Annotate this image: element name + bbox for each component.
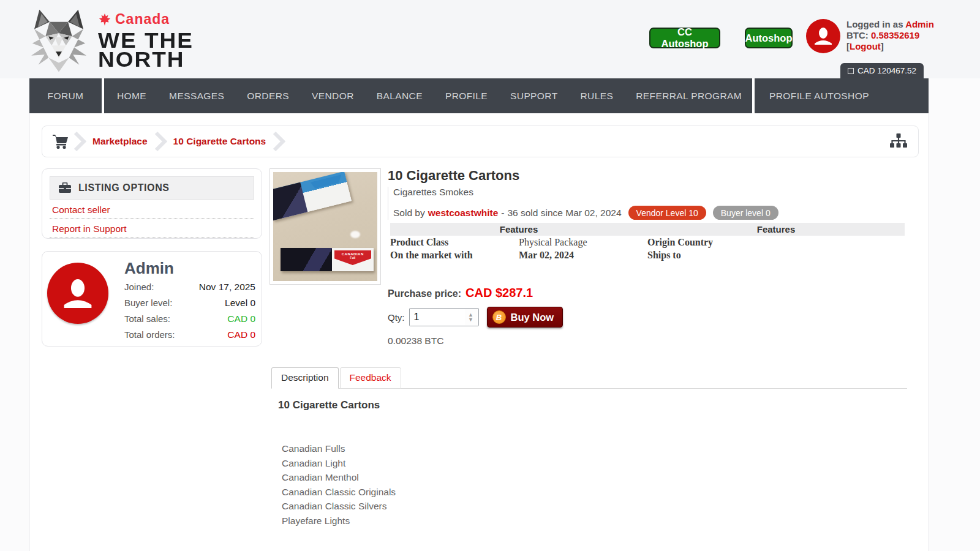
report-in-support-link[interactable]: Report in Support bbox=[50, 220, 254, 238]
quantity-row: Qty: ▲▼ B Buy Now bbox=[388, 307, 563, 328]
description-item: Canadian Classic Originals bbox=[282, 485, 396, 500]
sitemap-button[interactable] bbox=[889, 133, 908, 150]
sold-by-stats: 36 sold since Mar 02, 2024 bbox=[507, 208, 621, 219]
purchase-price-line: Purchase price: CAD $287.1 bbox=[388, 286, 533, 300]
currency-square-icon bbox=[848, 68, 854, 74]
description-item: Playefare Lights bbox=[282, 514, 396, 528]
breadcrumb-marketplace[interactable]: Marketplace bbox=[92, 136, 148, 147]
seller-name[interactable]: Admin bbox=[124, 259, 255, 278]
btc-line: BTC: 0.58352619 bbox=[846, 30, 969, 41]
brand-text: Canada WE THE NORTH bbox=[98, 5, 194, 70]
header: Canada WE THE NORTH CC Autoshop Autoshop… bbox=[0, 0, 980, 78]
nav-item-support[interactable]: SUPPORT bbox=[510, 91, 557, 102]
sitemap-icon bbox=[889, 133, 908, 150]
breadcrumb-current-listing[interactable]: 10 Cigarette Cartons bbox=[173, 136, 266, 147]
product-category: Cigarettes Smokes bbox=[393, 187, 914, 198]
contact-seller-link[interactable]: Contact seller bbox=[50, 201, 254, 219]
vendor-level-badge: Vendor Level 10 bbox=[628, 206, 706, 220]
maple-leaf-icon bbox=[98, 13, 111, 26]
blue-stripe bbox=[311, 174, 343, 189]
tab-feedback[interactable]: Feedback bbox=[340, 367, 401, 389]
briefcase-icon bbox=[59, 182, 71, 193]
ships-to-value bbox=[776, 249, 905, 261]
features-table: Features Features Product Class Physical… bbox=[390, 223, 905, 261]
features-table-header: Features Features bbox=[390, 223, 905, 236]
sold-by-label: Sold by bbox=[393, 208, 425, 219]
counter-sheen bbox=[350, 231, 360, 238]
buy-now-label: Buy Now bbox=[511, 312, 554, 323]
product-class-value: Physical Package bbox=[519, 236, 647, 249]
nav-item-balance[interactable]: BALANCE bbox=[377, 91, 423, 102]
description-item: Canadian Classic Silvers bbox=[282, 499, 396, 514]
tab-description[interactable]: Description bbox=[271, 367, 339, 389]
chevron-right-icon bbox=[73, 130, 86, 152]
features-row-1: Product Class Physical Package Origin Co… bbox=[390, 236, 905, 249]
nav-item-vendor[interactable]: VENDOR bbox=[312, 91, 354, 102]
breadcrumb: Marketplace 10 Cigarette Cartons bbox=[42, 126, 919, 157]
nav-item-profile-autoshop[interactable]: PROFILE AUTOSHOP bbox=[769, 91, 869, 102]
on-market-label: On the market with bbox=[390, 249, 519, 261]
joined-label: Joined: bbox=[124, 282, 154, 292]
warning-label bbox=[281, 248, 332, 271]
purchase-price-value: CAD $287.1 bbox=[466, 286, 533, 300]
cad-balance-badge: CAD 120467.52 bbox=[840, 63, 924, 78]
seller-row-buyer-level: Buyer level: Level 0 bbox=[124, 298, 255, 313]
product-photo: CANADIAN Full bbox=[273, 172, 377, 281]
logged-in-username: Admin bbox=[905, 19, 934, 29]
btc-equivalent: 0.00238 BTC bbox=[388, 335, 443, 347]
total-sales-value: CAD 0 bbox=[227, 313, 255, 324]
tabs-bar: Description Feedback bbox=[271, 367, 907, 389]
nav-item-referral-program[interactable]: REFERRAL PROGRAM bbox=[636, 91, 742, 102]
nav-item-orders[interactable]: ORDERS bbox=[247, 91, 289, 102]
joined-value: Nov 17, 2025 bbox=[199, 282, 255, 293]
nav-item-rules[interactable]: RULES bbox=[581, 91, 614, 102]
nav-segment-forum: FORUM bbox=[29, 78, 102, 113]
purchase-price-label: Purchase price: bbox=[388, 288, 461, 299]
buy-now-button[interactable]: B Buy Now bbox=[487, 307, 564, 328]
nav-item-forum[interactable]: FORUM bbox=[48, 91, 84, 102]
quantity-spinner[interactable]: ▲▼ bbox=[465, 309, 477, 325]
nav-segment-main: HOME MESSAGES ORDERS VENDOR BALANCE PROF… bbox=[104, 78, 752, 113]
cart-icon[interactable] bbox=[52, 133, 69, 149]
nav-item-profile[interactable]: PROFILE bbox=[445, 91, 488, 102]
product-class-label: Product Class bbox=[390, 236, 519, 249]
sold-by-separator: - bbox=[501, 208, 504, 219]
qty-label: Qty: bbox=[388, 312, 405, 323]
user-session-info: Logged in as Admin BTC: 0.58352619 [Logo… bbox=[846, 19, 969, 52]
nav-item-messages[interactable]: MESSAGES bbox=[169, 91, 224, 102]
total-orders-label: Total orders: bbox=[124, 329, 175, 340]
description-heading: 10 Cigarette Cartons bbox=[278, 399, 380, 411]
seller-row-total-sales: Total sales: CAD 0 bbox=[124, 313, 255, 329]
red-chevron: CANADIAN Full bbox=[334, 250, 371, 265]
seller-row-joined: Joined: Nov 17, 2025 bbox=[124, 282, 255, 298]
seller-avatar[interactable] bbox=[47, 263, 108, 324]
logout-link[interactable]: Logout bbox=[850, 41, 881, 51]
cc-autoshop-button[interactable]: CC Autoshop bbox=[649, 28, 720, 48]
origin-country-label: Origin Country bbox=[647, 236, 776, 249]
total-orders-value: CAD 0 bbox=[227, 329, 255, 340]
vendor-name-link[interactable]: westcoastwhite bbox=[428, 208, 499, 219]
cad-balance-value: CAD 120467.52 bbox=[858, 66, 916, 75]
brand-line2: NORTH bbox=[98, 50, 194, 69]
product-image[interactable]: CANADIAN Full bbox=[270, 168, 381, 285]
nav-item-home[interactable]: HOME bbox=[117, 91, 146, 102]
listing-options-title: LISTING OPTIONS bbox=[78, 182, 170, 193]
logged-in-prefix: Logged in as bbox=[846, 19, 905, 29]
red-cigarette-carton: CANADIAN Full bbox=[281, 248, 374, 271]
seller-info: Admin Joined: Nov 17, 2025 Buyer level: … bbox=[124, 259, 255, 345]
features-header-left: Features bbox=[390, 223, 647, 236]
spinner-down-icon[interactable]: ▼ bbox=[468, 317, 473, 322]
site-logo[interactable]: Canada WE THE NORTH bbox=[28, 5, 194, 75]
features-header-right: Features bbox=[647, 223, 905, 236]
wolf-logo-icon bbox=[28, 5, 89, 75]
origin-country-value bbox=[776, 236, 905, 249]
seller-card: Admin Joined: Nov 17, 2025 Buyer level: … bbox=[42, 251, 262, 347]
description-item: Canadian Light bbox=[282, 456, 396, 471]
bracket-close: ] bbox=[881, 41, 884, 51]
seller-row-total-orders: Total orders: CAD 0 bbox=[124, 329, 255, 345]
buyer-level-label: Buyer level: bbox=[124, 298, 172, 308]
description-item: Canadian Fulls bbox=[282, 441, 396, 456]
user-avatar[interactable] bbox=[806, 19, 840, 53]
autoshop-button[interactable]: Autoshop bbox=[745, 28, 793, 48]
carton-face: CANADIAN Full bbox=[332, 248, 374, 271]
